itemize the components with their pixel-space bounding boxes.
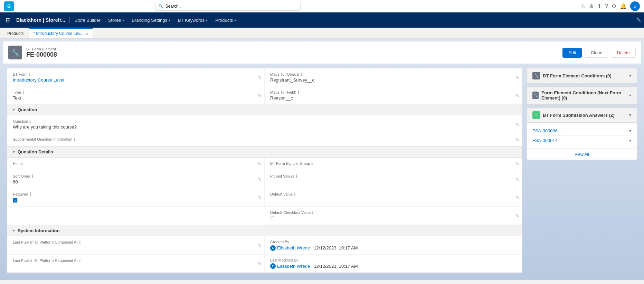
question-section-title: Question [18, 107, 37, 112]
last-publish-completed-info-icon[interactable]: ℹ [79, 240, 81, 245]
form-element-conditions-header: 🔧 Form Element Conditions (Next Form Ele… [527, 87, 637, 104]
question-section-header[interactable]: ▾ Question [7, 104, 522, 115]
tabs-bar: Products * Introductory Course Lev... ✕ [0, 28, 644, 39]
default-checkbox-input[interactable] [270, 216, 275, 221]
default-checkbox-field: Default Checkbox Value ℹ ✎ [265, 207, 522, 225]
maps-to-object-edit-icon[interactable]: ✎ [515, 75, 519, 80]
system-info-chevron-icon: ▾ [13, 228, 15, 233]
grid-icon[interactable]: ⊞ [3, 16, 13, 24]
maps-to-object-info-icon[interactable]: ℹ [301, 72, 302, 77]
bt-form-big-list-edit-icon[interactable]: ✎ [515, 161, 519, 167]
maps-to-field-info-icon[interactable]: ℹ [298, 90, 300, 95]
bell-icon[interactable]: 🔔 [620, 3, 627, 9]
edit-nav-icon[interactable]: ✎ [636, 16, 641, 24]
search-icon: 🔍 [158, 4, 163, 9]
bt-form-edit-icon[interactable]: ✎ [258, 75, 262, 80]
fsa-000006-link[interactable]: FSA-000006 [532, 128, 558, 133]
type-edit-icon[interactable]: ✎ [258, 93, 262, 98]
clone-button[interactable]: Clone [585, 48, 608, 58]
question-details-header[interactable]: ▾ Question Details [7, 146, 522, 158]
add-icon[interactable]: ⊕ [589, 3, 594, 9]
question-label: Question ℹ [13, 119, 517, 124]
record-actions: Edit Clone Delete [562, 48, 636, 58]
system-info-section: ▾ System Information Last Publish To Pla… [7, 225, 522, 273]
bt-form-field: BT Form ℹ Introductory Course Level ✎ [7, 68, 265, 86]
bt-form-element-conditions-chevron[interactable]: ▾ [629, 73, 631, 78]
system-info-title: System Information [18, 228, 59, 233]
star-icon[interactable]: ☆ [581, 3, 586, 9]
sort-order-edit-icon[interactable]: ✎ [258, 177, 262, 182]
record-id: FE-000008 [26, 51, 57, 58]
delete-button[interactable]: Delete [611, 48, 636, 58]
record-header-left: 🔧 BT Form Element FE-000008 [8, 46, 57, 59]
bt-form-submission-icon: ≡ [532, 111, 540, 119]
tab-products[interactable]: Products [3, 28, 28, 38]
last-publish-completed-edit-icon[interactable]: ✎ [258, 243, 262, 248]
main-content: 🔧 BT Form Element FE-000008 Edit Clone D… [0, 39, 644, 280]
required-checkbox[interactable]: ✓ [13, 198, 18, 203]
nav-item-products[interactable]: Products ▾ [212, 16, 239, 24]
last-publish-requested-edit-icon[interactable]: ✎ [258, 261, 262, 266]
maps-to-field-field: Maps To (Field) ℹ Reason__c ✎ [265, 86, 522, 104]
help-icon[interactable]: ? [605, 3, 608, 9]
form-element-conditions-chevron[interactable]: ▾ [629, 93, 631, 98]
edit-button[interactable]: Edit [562, 48, 582, 58]
question-info-icon[interactable]: ℹ [29, 119, 31, 124]
default-value-info-icon[interactable]: ℹ [294, 192, 296, 197]
picklist-values-field: Picklist Values ℹ ✎ [265, 170, 522, 188]
nav-item-branding[interactable]: Branding Settings ▾ [128, 16, 174, 24]
last-publish-requested-info-icon[interactable]: ℹ [79, 258, 81, 263]
last-modified-date: , 12/12/2023, 10:17 AM [311, 264, 358, 269]
supplemental-info-icon[interactable]: ℹ [74, 137, 75, 142]
system-info-header[interactable]: ▾ System Information [7, 225, 522, 236]
tab-introductory-course[interactable]: * Introductory Course Lev... ✕ [29, 28, 93, 38]
bt-form-submission-body: FSA-000006 ▾ FSA-000014 ▾ [527, 123, 637, 149]
submission-link-fsa-000014: FSA-000014 ▾ [532, 136, 631, 145]
nav-item-stores[interactable]: Stores ▾ [105, 16, 128, 24]
maps-to-field-edit-icon[interactable]: ✎ [515, 93, 519, 98]
default-value-edit-icon[interactable]: ✎ [515, 195, 519, 200]
question-edit-icon[interactable]: ✎ [515, 122, 519, 127]
nav-item-bt-keywords[interactable]: BT Keywords ▾ [174, 16, 211, 24]
supplemental-edit-icon[interactable]: ✎ [515, 137, 519, 142]
bt-form-info-icon[interactable]: ℹ [29, 72, 31, 77]
products-chevron-icon: ▾ [234, 18, 236, 22]
required-info-icon[interactable]: ℹ [30, 192, 31, 197]
created-by-value: E Elisabeth Wrede, 12/12/2023, 10:17 AM [270, 245, 517, 251]
hint-edit-icon[interactable]: ✎ [258, 161, 262, 167]
type-field: Type ℹ Text ✎ [7, 86, 265, 104]
view-all-link[interactable]: View All [575, 152, 589, 157]
form-element-conditions-icon: 🔧 [532, 92, 539, 99]
bt-form-big-list-group-field: BT Form Big List Group ℹ ✎ [265, 158, 522, 170]
hint-label: Hint ℹ [13, 161, 259, 166]
default-checkbox-info-icon[interactable]: ℹ [312, 210, 314, 215]
close-tab-icon[interactable]: ✕ [86, 32, 88, 36]
maps-to-field-value: Reason__c [270, 95, 517, 101]
fsa-000014-chevron-icon[interactable]: ▾ [629, 138, 631, 143]
type-info-icon[interactable]: ℹ [22, 90, 24, 95]
bt-form-value[interactable]: Introductory Course Level [13, 77, 259, 83]
settings-icon[interactable]: ⚙ [612, 3, 616, 9]
nav-item-store-builder[interactable]: Store Builder [71, 16, 104, 24]
bt-form-submission-chevron[interactable]: ▾ [629, 113, 631, 117]
default-checkbox-spacer [7, 207, 265, 225]
last-modified-link[interactable]: Elisabeth Wrede [277, 264, 310, 269]
required-edit-icon[interactable]: ✎ [258, 195, 262, 200]
fsa-000014-link[interactable]: FSA-000014 [532, 138, 558, 143]
search-container: 🔍 [155, 2, 301, 11]
bt-form-big-list-info-icon[interactable]: ℹ [311, 161, 313, 166]
picklist-values-edit-icon[interactable]: ✎ [515, 177, 519, 182]
top-bar: B 🔍 ☆ ⊕ ⬆ ? ⚙ 🔔 U [0, 0, 644, 12]
form-element-conditions-title: 🔧 Form Element Conditions (Next Form Ele… [532, 90, 629, 101]
last-publish-completed-field: Last Publish To Platform Completed At ℹ … [7, 236, 265, 255]
upload-icon[interactable]: ⬆ [597, 3, 602, 9]
search-input[interactable] [155, 2, 301, 11]
created-by-link[interactable]: Elisabeth Wrede [277, 245, 310, 250]
sort-order-info-icon[interactable]: ℹ [32, 174, 34, 179]
hint-info-icon[interactable]: ℹ [21, 161, 23, 166]
default-value-field: Default Value ℹ ✎ [265, 188, 522, 207]
picklist-values-info-icon[interactable]: ℹ [296, 174, 297, 179]
avatar[interactable]: U [630, 1, 640, 11]
default-checkbox-edit-icon[interactable]: ✎ [515, 213, 519, 218]
fsa-000006-chevron-icon[interactable]: ▾ [629, 129, 631, 133]
